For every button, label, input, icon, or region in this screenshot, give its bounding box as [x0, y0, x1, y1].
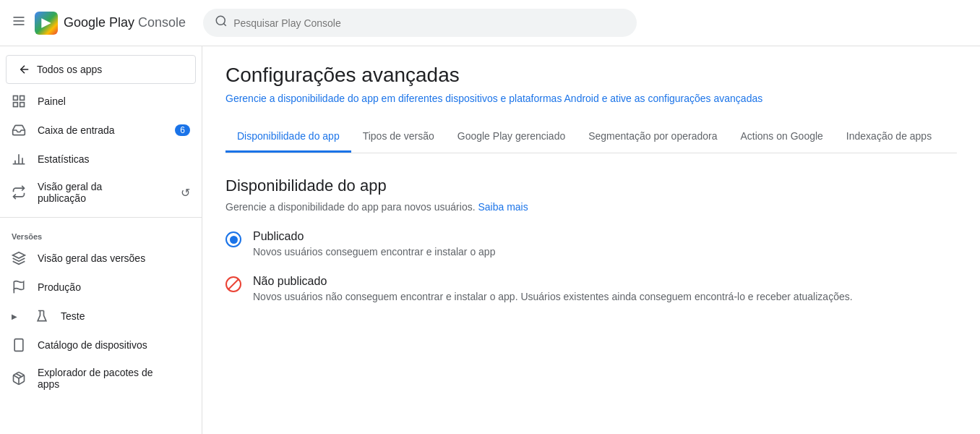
sync-icon: ↺	[181, 186, 190, 200]
section-title: Disponibilidade do app	[225, 176, 957, 195]
search-bar	[203, 9, 637, 37]
app-logo: Google Play Console	[35, 12, 186, 35]
svg-rect-16	[14, 339, 23, 352]
publish-overview-label: Visão geral dapublicação	[38, 181, 102, 204]
saiba-mais-link[interactable]: Saiba mais	[478, 201, 528, 213]
versoes-section-label: Versões	[0, 224, 202, 244]
page-title: Configurações avançadas	[225, 64, 957, 87]
tab-disponibilidade[interactable]: Disponibilidade do app	[225, 122, 351, 153]
radio-nao-publicado[interactable]	[225, 276, 241, 294]
sidebar-item-teste[interactable]: ▶ Teste	[0, 302, 202, 331]
page-subtitle: Gerencie a disponibilidade do app em dif…	[225, 93, 957, 104]
app-title: Google Play Console	[64, 15, 186, 30]
tab-segmentacao-operadora[interactable]: Segmentação por operadora	[577, 122, 728, 153]
layout: Todos os apps Painel Caixa de entrada 6	[0, 46, 980, 434]
not-published-icon	[225, 276, 241, 292]
inbox-label: Caixa de entrada	[38, 124, 115, 136]
inbox-badge: 6	[175, 124, 190, 136]
sidebar-item-stats[interactable]: Estatísticas	[0, 145, 202, 174]
sidebar: Todos os apps Painel Caixa de entrada 6	[0, 46, 202, 434]
teste-label: Teste	[61, 310, 85, 322]
radio-option-publicado[interactable]: Publicado Novos usuários conseguem encon…	[225, 230, 957, 258]
svg-rect-6	[14, 96, 18, 101]
back-to-all-apps[interactable]: Todos os apps	[6, 55, 196, 84]
tab-indexacao-apps[interactable]: Indexação de apps	[835, 122, 943, 153]
arrow-icon: ▶	[12, 312, 17, 320]
main-content: Configurações avançadas Gerencie a dispo…	[202, 46, 980, 434]
sidebar-item-producao[interactable]: Produção	[0, 273, 202, 302]
option-publicado-content: Publicado Novos usuários conseguem encon…	[253, 230, 495, 258]
svg-line-4	[224, 23, 226, 25]
sidebar-item-publish-overview[interactable]: Visão geral dapublicação ↺	[0, 174, 202, 211]
option-nao-publicado-content: Não publicado Novos usuários não consegu…	[253, 275, 853, 302]
beaker-icon	[35, 309, 49, 323]
publicado-label: Publicado	[253, 230, 495, 243]
search-input[interactable]	[233, 17, 625, 29]
back-label: Todos os apps	[37, 64, 102, 75]
svg-marker-14	[13, 252, 25, 258]
svg-point-3	[216, 16, 225, 25]
svg-rect-9	[20, 103, 25, 107]
svg-rect-7	[20, 96, 25, 101]
flag-icon	[12, 280, 26, 294]
layers-icon	[12, 251, 26, 265]
devices-icon	[12, 338, 26, 352]
tab-google-play-gerenciado[interactable]: Google Play gerenciado	[446, 122, 577, 153]
publish-icon	[12, 185, 26, 200]
bar-chart-icon	[12, 152, 26, 166]
sidebar-item-catalogo[interactable]: Catálogo de dispositivos	[0, 331, 202, 359]
package-icon	[12, 371, 26, 386]
nao-publicado-desc: Novos usuários não conseguem encontrar e…	[253, 291, 853, 302]
tabs: Disponibilidade do app Tipos de versão G…	[225, 122, 957, 153]
inbox-icon	[12, 123, 26, 137]
svg-line-18	[16, 374, 22, 377]
tab-tipos-versao[interactable]: Tipos de versão	[351, 122, 446, 153]
grid-icon	[12, 94, 26, 109]
svg-rect-8	[14, 103, 18, 107]
nao-publicado-label: Não publicado	[253, 275, 853, 288]
catalogo-label: Catálogo de dispositivos	[38, 339, 147, 351]
menu-icon[interactable]	[12, 14, 26, 32]
tab-actions-on-google[interactable]: Actions on Google	[728, 122, 834, 153]
radio-option-nao-publicado[interactable]: Não publicado Novos usuários não consegu…	[225, 275, 957, 302]
producao-label: Produção	[38, 281, 81, 293]
sidebar-item-painel[interactable]: Painel	[0, 87, 202, 116]
publicado-desc: Novos usuários conseguem encontrar e ins…	[253, 246, 495, 258]
search-icon	[215, 14, 228, 31]
header: Google Play Console	[0, 0, 980, 46]
versoes-overview-label: Visão geral das versões	[38, 252, 145, 264]
sidebar-item-explorador[interactable]: Explorador de pacotes deapps	[0, 359, 202, 397]
painel-label: Painel	[38, 95, 66, 107]
sidebar-divider	[0, 217, 202, 218]
radio-publicado[interactable]	[225, 231, 241, 247]
svg-line-21	[228, 279, 238, 289]
stats-label: Estatísticas	[38, 153, 90, 165]
sidebar-item-versoes-overview[interactable]: Visão geral das versões	[0, 244, 202, 273]
explorador-label: Explorador de pacotes deapps	[38, 367, 153, 390]
section-desc: Gerencie a disponibilidade do app para n…	[225, 201, 957, 213]
sidebar-item-inbox[interactable]: Caixa de entrada 6	[0, 116, 202, 145]
